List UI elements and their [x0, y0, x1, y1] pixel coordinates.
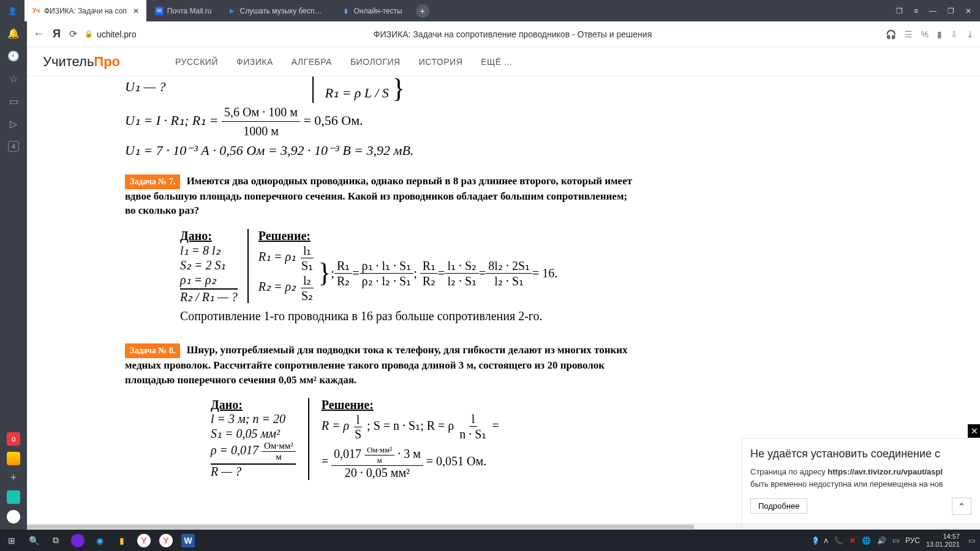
notifications-icon[interactable]: ▭: [968, 536, 975, 545]
solution-heading: Решение:: [258, 229, 558, 243]
language-indicator[interactable]: РУС: [905, 536, 920, 545]
browser-tab[interactable]: ▶ Слушать музыку бесплат: [221, 0, 333, 21]
bookmark-icon[interactable]: ▮: [937, 29, 942, 39]
math-text: =: [352, 266, 359, 280]
frac-den: S: [352, 427, 364, 441]
download-icon[interactable]: ⤓: [967, 29, 974, 39]
search-icon[interactable]: 🔍: [27, 534, 40, 547]
nav-item[interactable]: АЛГЕБРА: [292, 57, 332, 67]
close-panel-button[interactable]: ✕: [968, 424, 980, 438]
problem-text: Имеются два однородных проводника, однак…: [125, 175, 632, 216]
menu-icon[interactable]: ≡: [914, 7, 918, 15]
math-text: R₁ = ρ₁: [258, 250, 296, 263]
tab-title: Слушать музыку бесплат: [240, 7, 326, 15]
math-text: ρ = 0,017: [211, 443, 258, 457]
translate-icon[interactable]: %: [921, 29, 929, 39]
app-icon[interactable]: [7, 490, 20, 504]
problem-7-solution: Дано: l₁ = 8 l₂ S₂ = 2 S₁ ρ₁ = ρ₂ R₂ / R…: [125, 225, 964, 327]
headphones-icon[interactable]: 🎧: [886, 29, 896, 39]
volume-icon[interactable]: 🔊: [877, 536, 886, 545]
connection-error-panel: ✕ Не удаётся установить соединение с Стр…: [741, 438, 980, 523]
history-icon[interactable]: 🕘: [7, 50, 20, 62]
mail-service-icon[interactable]: [7, 452, 20, 465]
star-icon[interactable]: ☆: [9, 73, 18, 84]
security-icon[interactable]: ✖: [850, 536, 856, 545]
given-heading: Дано:: [211, 398, 296, 412]
start-button[interactable]: ⊞: [5, 534, 18, 547]
browser-tabs: Уч ФИЗИКА: Задачи на соп ✕ ✉ Почта Mail.…: [24, 0, 888, 21]
collections-icon[interactable]: ▭: [9, 96, 18, 107]
frac-den: 1000 м: [241, 122, 281, 140]
brand-accent: Про: [94, 54, 120, 69]
math-text: = 0,56 Ом.: [303, 113, 363, 128]
frac-den: S₂: [299, 288, 315, 303]
network-icon[interactable]: 🌐: [862, 536, 871, 545]
site-logo[interactable]: УчительПро: [43, 54, 120, 70]
nav-item[interactable]: БИОЛОГИЯ: [350, 57, 401, 67]
brand-text: Учитель: [43, 54, 94, 69]
tab-close-icon[interactable]: ✕: [133, 7, 139, 15]
frac-den: 20 · 0,05 мм²: [342, 466, 412, 480]
sidebar-toggle-icon[interactable]: ⇩: [951, 29, 958, 39]
lock-icon[interactable]: 🔒: [85, 30, 93, 38]
copy-icon[interactable]: ❐: [896, 7, 903, 15]
user-avatar-icon[interactable]: 👤: [0, 7, 24, 15]
maximize-button[interactable]: ❐: [948, 7, 954, 15]
nav-item[interactable]: ИСТОРИЯ: [419, 57, 463, 67]
browser-tab[interactable]: ✉ Почта Mail.ru: [148, 0, 219, 21]
yandex-button[interactable]: Я: [53, 28, 61, 40]
math-text: S₁ = 0,05 мм²: [211, 427, 280, 440]
frac-den: м: [374, 455, 384, 465]
battery-icon[interactable]: ▭: [892, 536, 899, 545]
windows-taskbar: ⊞ 🔍 ⧉ ◉ ▮ Y Y W ? ᴧ 📞 ✖ 🌐 🔊 ▭ РУС 14:57 …: [0, 530, 980, 551]
alisa-icon[interactable]: [7, 510, 20, 523]
yandex-app-icon[interactable]: Y: [159, 534, 173, 547]
explorer-icon[interactable]: ▮: [115, 534, 129, 547]
frac-num: Ом·мм²: [262, 441, 296, 452]
reader-icon[interactable]: ☰: [905, 29, 913, 39]
help-icon[interactable]: ?: [813, 536, 818, 545]
math-text: l = 3 м; n = 20: [211, 412, 285, 425]
phone-icon[interactable]: 📞: [834, 536, 843, 545]
back-button[interactable]: ←: [33, 28, 44, 40]
frac-num: l: [354, 413, 363, 427]
test-icon: ▮: [342, 7, 350, 15]
tray-chevron-icon[interactable]: ᴧ: [824, 536, 828, 545]
add-panel-button[interactable]: +: [10, 471, 17, 484]
play-icon[interactable]: ▷: [10, 118, 17, 130]
frac-num: Ом·мм²: [364, 445, 394, 455]
play-icon: ▶: [228, 7, 236, 15]
frac-den: l₂ · S₁: [445, 274, 479, 288]
solution-heading: Решение:: [322, 398, 499, 412]
badge-count[interactable]: 4: [8, 141, 19, 152]
reload-button[interactable]: ⟳: [69, 28, 77, 40]
browser-tab-active[interactable]: Уч ФИЗИКА: Задачи на соп ✕: [24, 0, 146, 21]
app-icon[interactable]: [71, 534, 85, 547]
close-button[interactable]: ✕: [965, 7, 971, 15]
scrollbar-thumb[interactable]: [27, 525, 694, 529]
math-text: ; S = n · S₁; R = ρ: [367, 419, 454, 432]
frac-num: l: [469, 412, 478, 427]
yandex-app-icon[interactable]: Y: [137, 534, 151, 547]
clock-time: 14:57: [926, 533, 960, 541]
nav-item-more[interactable]: ЕЩЁ ...: [481, 57, 512, 67]
bell-icon[interactable]: 🔔: [7, 28, 20, 39]
math-text: =: [438, 266, 445, 280]
task-view-icon[interactable]: ⧉: [49, 534, 62, 547]
horizontal-scrollbar[interactable]: [27, 523, 980, 530]
word-icon[interactable]: W: [181, 534, 195, 547]
service-icon[interactable]: о: [7, 432, 20, 446]
nav-item[interactable]: ФИЗИКА: [236, 57, 273, 67]
minimize-button[interactable]: —: [929, 7, 937, 15]
nav-item[interactable]: РУССКИЙ: [175, 57, 218, 67]
more-details-button[interactable]: Подробнее: [750, 498, 807, 514]
error-url: https://avr.tivizor.ru/vpaut/aspl: [827, 467, 943, 476]
problem-text: Шнур, употребляемый для подводки тока к …: [125, 344, 628, 385]
url-domain[interactable]: uchitel.pro: [97, 29, 137, 39]
collapse-button[interactable]: ⌃: [952, 498, 971, 515]
frac-num: l₁ · S₂: [445, 258, 479, 274]
new-tab-button[interactable]: +: [416, 4, 429, 18]
system-clock[interactable]: 14:57 13.01.2021: [926, 533, 962, 548]
browser-tab[interactable]: ▮ Онлайн-тесты: [334, 0, 410, 21]
edge-icon[interactable]: ◉: [93, 534, 107, 547]
